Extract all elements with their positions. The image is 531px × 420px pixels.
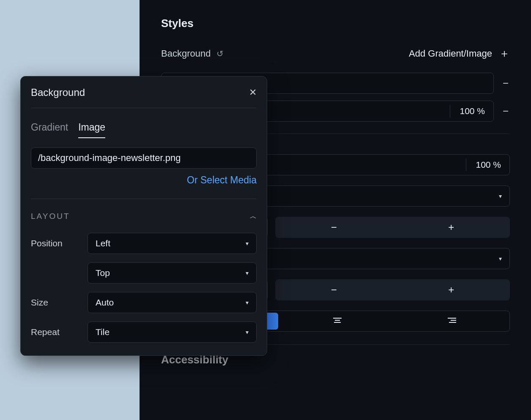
image-url-input[interactable]: /background-image-newsletter.png <box>31 147 257 169</box>
chevron-down-icon: ▾ <box>246 240 249 247</box>
background-header-row: Background ↺ Add Gradient/Image ＋ <box>161 46 510 61</box>
position-label: Position <box>31 238 88 248</box>
align-right-icon <box>448 318 456 325</box>
add-gradient-image-link[interactable]: Add Gradient/Image <box>409 48 492 59</box>
styles-heading: Styles <box>161 17 510 30</box>
size-label: Size <box>31 297 88 308</box>
repeat-label: Repeat <box>31 327 88 337</box>
font-size-stepper: − + <box>275 217 510 238</box>
select-value: Tile <box>96 327 109 337</box>
select-value: Top <box>96 268 110 278</box>
line-height-stepper: − + <box>275 279 510 300</box>
chevron-down-icon: ▾ <box>246 329 249 335</box>
plus-icon[interactable]: ＋ <box>499 46 510 61</box>
chevron-down-icon: ▾ <box>246 299 249 306</box>
repeat-select[interactable]: Tile ▾ <box>88 322 257 343</box>
popover-title: Background <box>31 87 85 98</box>
chevron-down-icon: ▾ <box>499 193 502 199</box>
align-center-button[interactable] <box>280 311 395 331</box>
chevron-down-icon: ▾ <box>246 270 249 276</box>
background-label: Background <box>161 48 211 59</box>
divider <box>466 158 466 171</box>
color-opacity[interactable]: 100 % <box>473 160 504 170</box>
chevron-up-icon: ︿ <box>250 212 257 221</box>
image-url-value: /background-image-newsletter.png <box>38 153 181 164</box>
stepper-decrement[interactable]: − <box>275 221 393 233</box>
divider <box>450 105 450 117</box>
tab-gradient[interactable]: Gradient <box>31 122 68 138</box>
background-popover: Background ✕ Gradient Image /background-… <box>20 76 267 356</box>
reset-icon[interactable]: ↺ <box>216 49 224 59</box>
divider <box>31 199 257 199</box>
remove-layer-button[interactable]: − <box>501 77 510 89</box>
stepper-increment[interactable]: + <box>393 221 510 233</box>
select-value: Left <box>96 238 110 248</box>
layout-section-toggle[interactable]: LAYOUT ︿ <box>31 212 257 221</box>
close-icon[interactable]: ✕ <box>249 87 257 98</box>
layer-opacity[interactable]: 100 % <box>457 106 487 116</box>
size-select[interactable]: Auto ▾ <box>88 292 257 313</box>
align-right-button[interactable] <box>394 311 509 331</box>
position-y-select[interactable]: Top ▾ <box>88 262 257 284</box>
background-type-tabs: Gradient Image <box>31 122 257 138</box>
layout-label: LAYOUT <box>31 212 70 221</box>
stepper-increment[interactable]: + <box>393 284 510 296</box>
align-center-icon <box>333 318 342 325</box>
stepper-decrement[interactable]: − <box>275 284 393 296</box>
select-media-link[interactable]: Or Select Media <box>31 175 257 186</box>
remove-layer-button[interactable]: − <box>501 105 510 117</box>
select-value: Auto <box>96 297 114 308</box>
tab-image[interactable]: Image <box>78 122 105 138</box>
position-x-select[interactable]: Left ▾ <box>88 233 257 254</box>
chevron-down-icon: ▾ <box>499 255 502 262</box>
